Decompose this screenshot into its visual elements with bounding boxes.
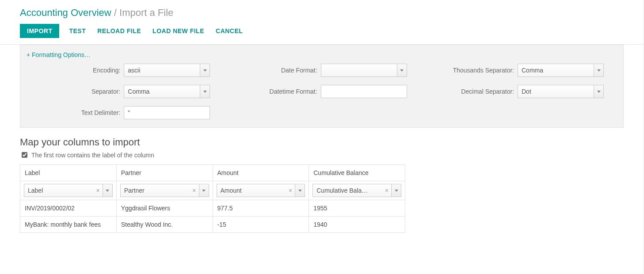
column-field-value: Amount [217, 187, 286, 194]
breadcrumb-parent[interactable]: Accounting Overview [20, 7, 111, 18]
breadcrumb-separator: / [114, 7, 117, 18]
column-header: Amount [213, 165, 309, 181]
clear-icon[interactable]: × [382, 187, 391, 194]
cell: Yggdrasil Flowers [116, 200, 213, 217]
table-row: MyBank: monthly bank fees Stealthy Wood … [20, 217, 405, 233]
cell: MyBank: monthly bank fees [20, 217, 117, 233]
column-header: Label [20, 165, 117, 181]
chevron-down-icon [594, 85, 603, 98]
clear-icon[interactable]: × [190, 187, 198, 194]
column-field-select[interactable]: Label × [24, 184, 113, 197]
cancel-button[interactable]: CANCEL [214, 24, 244, 38]
column-header: Partner [116, 165, 213, 181]
chevron-down-icon [199, 184, 209, 197]
column-field-value: Partner [121, 187, 190, 194]
decimal-separator-label: Decimal Separator: [461, 88, 514, 95]
encoding-select[interactable]: ascii [124, 64, 210, 77]
breadcrumb: Accounting Overview / Import a File [0, 4, 644, 21]
cell: INV/2019/0002/02 [20, 200, 117, 217]
map-columns-title: Map your columns to import [20, 137, 624, 148]
import-button[interactable]: IMPORT [20, 24, 59, 38]
column-field-value: Cumulative Bala… [313, 187, 382, 194]
toolbar: IMPORT TEST RELOAD FILE LOAD NEW FILE CA… [0, 21, 644, 45]
chevron-down-icon [200, 64, 210, 76]
thousands-separator-label: Thousands Separator: [453, 67, 514, 74]
column-field-value: Label [24, 187, 94, 194]
chevron-down-icon [397, 64, 407, 76]
load-new-file-button[interactable]: LOAD NEW FILE [151, 24, 206, 38]
reload-file-button[interactable]: RELOAD FILE [95, 24, 143, 38]
first-row-checkbox[interactable] [22, 152, 27, 158]
table-row: INV/2019/0002/02 Yggdrasil Flowers 977.5… [20, 200, 405, 217]
separator-label: Separator: [91, 88, 120, 95]
decimal-separator-value: Dot [522, 88, 594, 95]
cell: 1940 [309, 217, 405, 233]
first-row-label: The first row contains the label of the … [31, 152, 154, 159]
decimal-separator-select[interactable]: Dot [518, 85, 604, 98]
table-header-row: Label Partner Amount Cumulative Balance [20, 165, 405, 181]
table-field-select-row: Label × Partner × Amount × [20, 181, 405, 200]
chevron-down-icon [295, 184, 305, 197]
separator-select[interactable]: Comma [124, 85, 210, 98]
formatting-options-panel: + Formatting Options… Encoding: ascii Da… [20, 45, 624, 128]
cell: -15 [213, 217, 309, 233]
column-field-select[interactable]: Amount × [217, 184, 305, 197]
breadcrumb-current: Import a File [119, 7, 173, 18]
encoding-value: ascii [128, 67, 200, 74]
separator-value: Comma [128, 88, 200, 95]
chevron-down-icon [103, 184, 112, 197]
thousands-separator-value: Comma [522, 67, 594, 74]
chevron-down-icon [200, 85, 210, 98]
clear-icon[interactable]: × [94, 187, 103, 194]
cell: 1955 [309, 200, 405, 217]
datetime-format-input[interactable] [321, 85, 407, 98]
chevron-down-icon [594, 64, 603, 76]
column-field-select[interactable]: Cumulative Bala… × [312, 184, 401, 197]
chevron-down-icon [391, 184, 401, 197]
text-delimiter-input[interactable] [124, 106, 210, 119]
clear-icon[interactable]: × [286, 187, 295, 194]
datetime-format-label: Datetime Format: [270, 88, 317, 95]
cell: Stealthy Wood Inc. [116, 217, 213, 233]
column-header: Cumulative Balance [309, 165, 405, 181]
test-button[interactable]: TEST [67, 24, 88, 38]
text-delimiter-label: Text Delimiter: [81, 109, 121, 116]
cell: 977.5 [213, 200, 309, 217]
column-field-select[interactable]: Partner × [120, 184, 209, 197]
encoding-label: Encoding: [93, 67, 120, 74]
formatting-options-toggle[interactable]: + Formatting Options… [27, 51, 91, 58]
date-format-select[interactable] [321, 64, 407, 77]
column-mapping-table: Label Partner Amount Cumulative Balance … [20, 164, 405, 233]
date-format-label: Date Format: [281, 67, 317, 74]
thousands-separator-select[interactable]: Comma [518, 64, 604, 77]
